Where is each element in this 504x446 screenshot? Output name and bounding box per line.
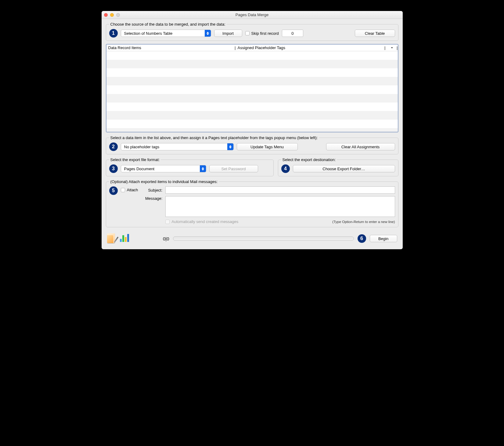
begin-button[interactable]: Begin bbox=[370, 235, 397, 242]
window-controls bbox=[104, 13, 120, 17]
table-row[interactable] bbox=[106, 51, 398, 60]
window-content: Choose the source of the data to be merg… bbox=[102, 19, 403, 249]
table-row[interactable] bbox=[106, 60, 398, 68]
skip-count-input[interactable] bbox=[282, 30, 303, 37]
data-source-select[interactable]: Selection of Numbers Table bbox=[121, 30, 211, 37]
set-password-button[interactable]: Set Password bbox=[209, 165, 258, 172]
chevron-updown-icon bbox=[200, 165, 206, 172]
checkbox-box-icon bbox=[121, 188, 125, 192]
checkbox-box-icon bbox=[165, 220, 170, 224]
numbers-app-icon[interactable] bbox=[120, 233, 129, 244]
skip-first-record-label: Skip first record bbox=[251, 31, 279, 36]
skip-first-record-checkbox[interactable]: Skip first record bbox=[245, 31, 279, 36]
app-window: Pages Data Merge Choose the source of th… bbox=[102, 11, 403, 249]
step-badge-5: 5 bbox=[109, 186, 118, 195]
subject-input[interactable] bbox=[165, 186, 395, 194]
clear-table-button[interactable]: Clear Table bbox=[355, 30, 395, 37]
placeholder-tags-select[interactable]: No placeholder tags bbox=[121, 143, 234, 150]
data-source-value: Selection of Numbers Table bbox=[121, 31, 205, 36]
table-row[interactable] bbox=[106, 68, 398, 77]
step-badge-3: 3 bbox=[109, 164, 118, 173]
pages-app-icon[interactable] bbox=[107, 233, 116, 244]
table-row[interactable] bbox=[106, 120, 398, 128]
svg-marker-4 bbox=[202, 167, 204, 169]
step-badge-4: 4 bbox=[281, 164, 290, 173]
col-data-record-items: Data Record Items bbox=[108, 45, 141, 50]
message-textarea[interactable] bbox=[165, 196, 395, 217]
step5-legend: (Optional) Attach exported items to indi… bbox=[109, 179, 219, 184]
table-row[interactable] bbox=[106, 85, 398, 94]
clear-assignments-button[interactable]: Clear All Assignments bbox=[326, 143, 395, 150]
chevron-updown-icon bbox=[227, 143, 233, 150]
attach-checkbox[interactable]: Attach bbox=[121, 188, 138, 192]
footer: 0|0 6 Begin bbox=[106, 230, 398, 246]
close-icon[interactable] bbox=[104, 13, 108, 17]
chevron-updown-icon bbox=[205, 30, 211, 37]
step4-legend: Select the export destionation: bbox=[281, 157, 337, 162]
attach-label: Attach bbox=[127, 188, 138, 192]
table-row[interactable] bbox=[106, 128, 398, 132]
minimize-icon[interactable] bbox=[110, 13, 114, 17]
step3-group: Select the export file format: 3 Pages D… bbox=[106, 157, 274, 176]
newline-hint: (Type Option-Return to enter a new line) bbox=[332, 220, 395, 224]
progress-counter: 0|0 bbox=[133, 236, 169, 241]
svg-marker-5 bbox=[202, 169, 204, 171]
step-badge-1: 1 bbox=[109, 29, 118, 38]
table-body bbox=[106, 51, 398, 132]
svg-marker-2 bbox=[229, 145, 232, 147]
step-badge-6: 6 bbox=[358, 234, 366, 243]
placeholder-tags-value: No placeholder tags bbox=[121, 145, 227, 149]
records-table[interactable]: Data Record Items | Assigned Placeholder… bbox=[106, 44, 398, 132]
step2-group: Select a data item in the list above, an… bbox=[106, 135, 398, 154]
step1-legend: Choose the source of the data to be merg… bbox=[109, 22, 227, 27]
table-row[interactable] bbox=[106, 77, 398, 85]
step2-legend: Select a data item in the list above, an… bbox=[109, 135, 319, 140]
table-row[interactable] bbox=[106, 94, 398, 103]
auto-send-label: Automatically send created messages bbox=[171, 219, 238, 224]
auto-send-checkbox[interactable]: Automatically send created messages bbox=[165, 219, 238, 224]
svg-marker-1 bbox=[207, 34, 209, 35]
progress-bar bbox=[173, 236, 354, 241]
table-header: Data Record Items | Assigned Placeholder… bbox=[106, 45, 398, 51]
choose-export-folder-button[interactable]: Choose Export Folder… bbox=[293, 165, 395, 172]
step1-group: Choose the source of the data to be merg… bbox=[106, 22, 398, 41]
export-format-select[interactable]: Pages Document bbox=[121, 165, 206, 172]
export-format-value: Pages Document bbox=[121, 167, 200, 171]
subject-label: Subject: bbox=[141, 188, 162, 192]
window-title: Pages Data Merge bbox=[102, 13, 403, 17]
table-row[interactable] bbox=[106, 111, 398, 120]
step4-group: Select the export destionation: 4 Choose… bbox=[278, 157, 398, 176]
step-badge-2: 2 bbox=[109, 142, 118, 151]
svg-marker-0 bbox=[207, 32, 209, 33]
import-button[interactable]: Import bbox=[214, 30, 242, 37]
update-tags-button[interactable]: Update Tags Menu bbox=[237, 143, 298, 150]
zoom-icon[interactable] bbox=[116, 13, 120, 17]
checkbox-box-icon bbox=[245, 31, 250, 35]
titlebar: Pages Data Merge bbox=[102, 11, 403, 19]
step3-legend: Select the export file format: bbox=[109, 157, 161, 162]
table-row[interactable] bbox=[106, 103, 398, 111]
svg-marker-3 bbox=[229, 147, 232, 149]
col-marker: • bbox=[387, 45, 397, 50]
step5-group: (Optional) Attach exported items to indi… bbox=[106, 179, 398, 227]
message-label: Message: bbox=[141, 196, 162, 201]
col-assigned-tags: Assigned Placeholder Tags bbox=[238, 45, 286, 50]
